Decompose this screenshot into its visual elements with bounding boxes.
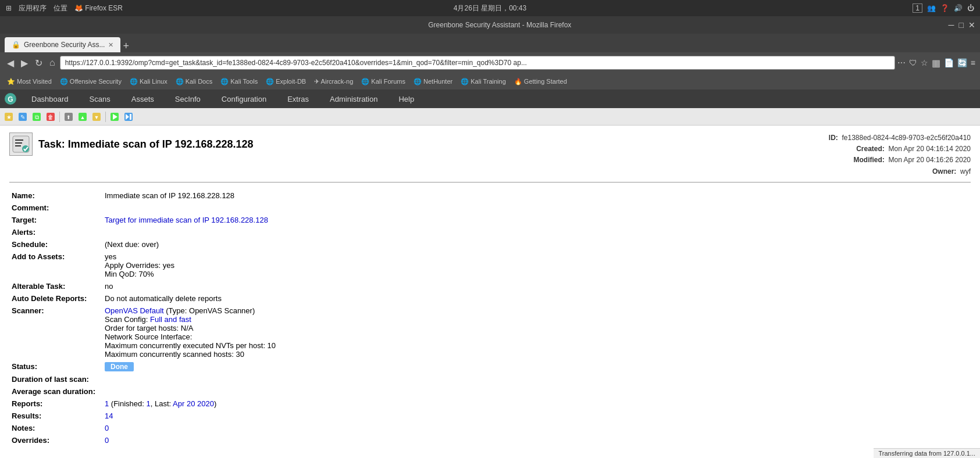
url-bar[interactable] (60, 56, 895, 70)
toolbar-separator-2 (105, 112, 106, 122)
overrides-label: Overrides: (9, 434, 102, 446)
bookmark-offensive-security[interactable]: 🌐 Offensive Security (56, 77, 125, 87)
os-position-label[interactable]: 位置 (54, 3, 67, 13)
meta-owner-row: Owner: wyf (829, 166, 971, 177)
bookmark-getting-started[interactable]: 🔥 Getting Started (511, 77, 571, 87)
svg-text:✎: ✎ (20, 114, 25, 120)
detail-row-overrides: Overrides: 0 (9, 434, 971, 446)
scan-config-row: Scan Config: Full and fast (105, 315, 191, 324)
page-title-area: Task: Immediate scan of IP 192.168.228.1… (9, 133, 971, 183)
toolbar-icon-3[interactable]: ⧉ (30, 110, 43, 123)
bookmarks-bar: ⭐ Most Visited 🌐 Offensive Security 🌐 Ka… (0, 73, 980, 90)
meta-id-value: fe1388ed-0824-4c89-9703-e2c56f20a410 (842, 134, 971, 142)
nav-scans[interactable]: Scans (79, 90, 121, 108)
nav-configuration[interactable]: Configuration (211, 90, 277, 108)
nav-secinfo[interactable]: SecInfo (165, 90, 211, 108)
svg-rect-22 (15, 139, 23, 141)
notes-count-link[interactable]: 0 (105, 424, 109, 432)
forward-button[interactable]: ▶ (19, 56, 30, 70)
os-apps-menu[interactable]: ⊞ (6, 4, 12, 12)
sync-icon[interactable]: 🔄 (957, 58, 967, 67)
name-label: Name: (9, 189, 102, 202)
nav-administration[interactable]: Administration (319, 90, 388, 108)
toolbar-icon-4[interactable]: 🗑 (44, 110, 57, 123)
reports-last-date-link[interactable]: Apr 20 2020 (173, 399, 214, 408)
sidebar-icon[interactable]: ▦ (932, 58, 940, 69)
detail-row-notes: Notes: 0 (9, 422, 971, 434)
nav-assets[interactable]: Assets (121, 90, 165, 108)
toolbar-icon-6[interactable]: ▲ (76, 110, 89, 123)
toolbar-icon-5[interactable]: ⬆ (62, 110, 75, 123)
reports-finished-link[interactable]: 1 (147, 399, 151, 408)
meta-id-row: ID: fe1388ed-0824-4c89-9703-e2c56f20a410 (829, 133, 971, 144)
meta-created-value: Mon Apr 20 04:16:14 2020 (889, 145, 971, 153)
svg-text:▲: ▲ (80, 114, 85, 120)
bookmark-kali-tools[interactable]: 🌐 Kali Tools (217, 77, 261, 87)
svg-point-25 (22, 145, 29, 152)
close-button[interactable]: ✕ (968, 20, 975, 30)
svg-text:⧉: ⧉ (35, 114, 39, 120)
shield-icon: 🛡 (909, 58, 917, 67)
bookmark-most-visited[interactable]: ⭐ Most Visited (3, 77, 55, 87)
toolbar-icon-2[interactable]: ✎ (16, 110, 29, 123)
detail-row-comment: Comment: (9, 202, 971, 214)
status-bar-text: Transferring data from 127.0.0.1... (878, 450, 975, 457)
bookmark-aircrack-ng[interactable]: ✈ Aircrack-ng (311, 77, 357, 87)
more-options-icon[interactable]: ⋯ (897, 58, 906, 67)
status-label: Status: (9, 360, 102, 373)
tab-close-button[interactable]: ✕ (108, 41, 113, 49)
reload-button[interactable]: ↻ (33, 56, 45, 70)
back-button[interactable]: ◀ (5, 56, 16, 70)
task-detail-table: Name: Immediate scan of IP 192.168.228.1… (9, 189, 971, 446)
meta-owner-value: wyf (960, 167, 971, 176)
minimize-button[interactable]: ─ (949, 20, 954, 30)
results-count-link[interactable]: 14 (105, 412, 113, 420)
toolbar-icon-resume[interactable] (122, 110, 135, 123)
window-controls[interactable]: ─ □ ✕ (949, 20, 975, 30)
reports-count-link[interactable]: 1 (105, 399, 109, 408)
target-label: Target: (9, 214, 102, 226)
os-topbar: ⊞ 应用程序 位置 🦊 Firefox ESR 4月26日 星期日，00:43 … (0, 0, 980, 16)
nav-extras[interactable]: Extras (277, 90, 319, 108)
bookmark-kali-docs[interactable]: 🌐 Kali Docs (172, 77, 216, 87)
tab-bar: 🔒 Greenbone Security Ass... ✕ + (0, 34, 980, 52)
reader-view-icon[interactable]: 📄 (944, 58, 954, 67)
browser-titlebar: Greenbone Security Assistant - Mozilla F… (0, 16, 980, 34)
bookmark-kali-forums[interactable]: 🌐 Kali Forums (358, 77, 409, 87)
browser-tab[interactable]: 🔒 Greenbone Security Ass... ✕ (5, 37, 120, 52)
svg-rect-20 (130, 114, 131, 120)
scanner-label: Scanner: (9, 305, 102, 360)
new-tab-button[interactable]: + (123, 40, 129, 52)
detail-row-schedule: Schedule: (Next due: over) (9, 238, 971, 251)
alerts-label: Alerts: (9, 226, 102, 238)
results-value: 14 (102, 410, 971, 422)
alterable-task-label: Alterable Task: (9, 280, 102, 292)
max-nvts-per-host: Maximum concurrently executed NVTs per h… (105, 341, 276, 350)
bookmark-kali-training[interactable]: 🌐 Kali Training (457, 77, 509, 87)
home-button[interactable]: ⌂ (47, 56, 58, 69)
bookmark-kali-linux[interactable]: 🌐 Kali Linux (126, 77, 171, 87)
bookmark-nethunter[interactable]: 🌐 NetHunter (410, 77, 456, 87)
toolbar-icon-7[interactable]: ▼ (90, 110, 103, 123)
maximize-button[interactable]: □ (959, 20, 964, 30)
os-help-icon: ❓ (940, 4, 949, 12)
bookmark-exploit-db[interactable]: 🌐 Exploit-DB (262, 77, 309, 87)
os-firefox-label[interactable]: 🦊 Firefox ESR (74, 4, 123, 12)
nav-dashboard[interactable]: Dashboard (21, 90, 79, 108)
scan-config-link[interactable]: Full and fast (150, 315, 191, 324)
overrides-value: 0 (102, 434, 971, 446)
toolbar-icon-1[interactable]: ★ (2, 110, 15, 123)
detail-row-avg-scan-duration: Average scan duration: (9, 385, 971, 398)
star-icon[interactable]: ☆ (921, 58, 928, 67)
schedule-value: (Next due: over) (102, 238, 971, 251)
os-power-icon: ⏻ (967, 4, 974, 12)
order-for-target-hosts: Order for target hosts: N/A (105, 324, 193, 332)
os-apps-label[interactable]: 应用程序 (19, 3, 47, 13)
overrides-count-link[interactable]: 0 (105, 436, 109, 445)
toolbar-separator-1 (59, 112, 60, 122)
target-link[interactable]: Target for immediate scan of IP 192.168.… (105, 216, 268, 224)
menu-button[interactable]: ≡ (971, 58, 975, 67)
toolbar-icon-start[interactable] (108, 110, 121, 123)
nav-help[interactable]: Help (388, 90, 425, 108)
scanner-link[interactable]: OpenVAS Default (105, 306, 164, 315)
